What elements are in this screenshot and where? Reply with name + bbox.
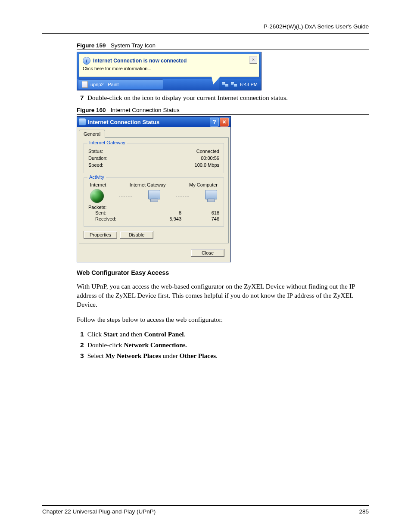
footer-page-number: 285 (359, 508, 369, 515)
globe-icon (90, 189, 104, 203)
properties-button[interactable]: Properties (84, 231, 117, 239)
speed-label: Speed: (88, 162, 131, 168)
dialog-title: Internet Connection Status (88, 119, 159, 125)
step-7: 7 Double-click on the icon to display yo… (80, 94, 369, 102)
systray-area: 6:43 PM (219, 79, 261, 90)
step-3: 3 Select My Network Places under Other P… (80, 352, 369, 360)
page-footer: Chapter 22 Universal Plug-and-Play (UPnP… (42, 505, 369, 515)
section-para-1: With UPnP, you can access the web-based … (77, 282, 369, 309)
dialog-titlebar: Internet Connection Status ? × (77, 117, 230, 127)
footer-chapter: Chapter 22 Universal Plug-and-Play (UPnP… (42, 508, 156, 515)
close-button[interactable]: × (220, 118, 229, 127)
my-pc-icon (204, 190, 218, 202)
step-number: 7 (80, 94, 84, 102)
step-text: Double-click on the icon to display your… (87, 94, 288, 102)
figure-159-caption: Figure 159 System Tray Icon (77, 42, 369, 50)
taskbar: upnp2 - Paint 6:43 PM (77, 79, 261, 90)
disable-button[interactable]: Disable (120, 231, 153, 239)
help-button[interactable]: ? (210, 118, 219, 127)
balloon-subtext: Click here for more information... (83, 66, 255, 71)
col-internet: Internet (90, 182, 106, 187)
figure-159-systray: × i Internet Connection is now connected… (77, 52, 262, 90)
group-internet-gateway: Internet Gateway Status: Connected Durat… (84, 143, 224, 173)
taskbar-clock: 6:43 PM (239, 82, 258, 87)
figure-160-dialog: Internet Connection Status ? × General I… (77, 116, 231, 262)
status-value: Connected (196, 149, 219, 154)
packets-header: Packets: (88, 205, 219, 210)
balloon-close-icon[interactable]: × (249, 56, 257, 64)
taskbar-button-paint[interactable]: upnp2 - Paint (78, 79, 163, 90)
col-computer: My Computer (189, 182, 218, 187)
tab-general[interactable]: General (79, 130, 105, 138)
group-legend-activity: Activity (87, 174, 106, 180)
close-dialog-button[interactable]: Close (191, 249, 224, 257)
row-sent: Sent: 8 618 (88, 210, 219, 216)
header-rule (42, 33, 369, 34)
steps-list: 1 Click Start and then Control Panel. 2 … (80, 330, 369, 360)
figure-160-caption: Figure 160 Internet Connection Status (77, 107, 369, 115)
step-1: 1 Click Start and then Control Panel. (80, 330, 369, 338)
group-legend: Internet Gateway (87, 140, 127, 145)
paint-icon (82, 81, 88, 88)
col-gateway: Internet Gateway (130, 182, 166, 187)
gateway-pc-icon (147, 190, 161, 202)
duration-label: Duration: (88, 156, 131, 161)
info-icon: i (83, 57, 90, 65)
row-received: Received: 5,943 746 (88, 216, 219, 222)
section-heading: Web Configurator Easy Access (77, 269, 369, 276)
section-para-2: Follow the steps below to access the web… (77, 315, 369, 324)
balloon-title: Internet Connection is now connected (93, 58, 187, 64)
header-guide-title: P-2602H(W)(L)-DxA Series User's Guide (42, 23, 369, 30)
network-icon[interactable] (222, 81, 229, 87)
app-icon (79, 118, 86, 125)
status-label: Status: (88, 149, 131, 154)
balloon-tooltip[interactable]: × i Internet Connection is now connected… (79, 54, 259, 77)
speed-value: 100.0 Mbps (195, 162, 219, 168)
duration-value: 00:00:56 (201, 156, 219, 161)
step-2: 2 Double-click Network Connections. (80, 341, 369, 349)
group-activity: Activity Internet Internet Gateway My Co… (84, 177, 224, 227)
tab-strip: General (77, 127, 230, 138)
network-icon-2[interactable] (230, 81, 237, 87)
